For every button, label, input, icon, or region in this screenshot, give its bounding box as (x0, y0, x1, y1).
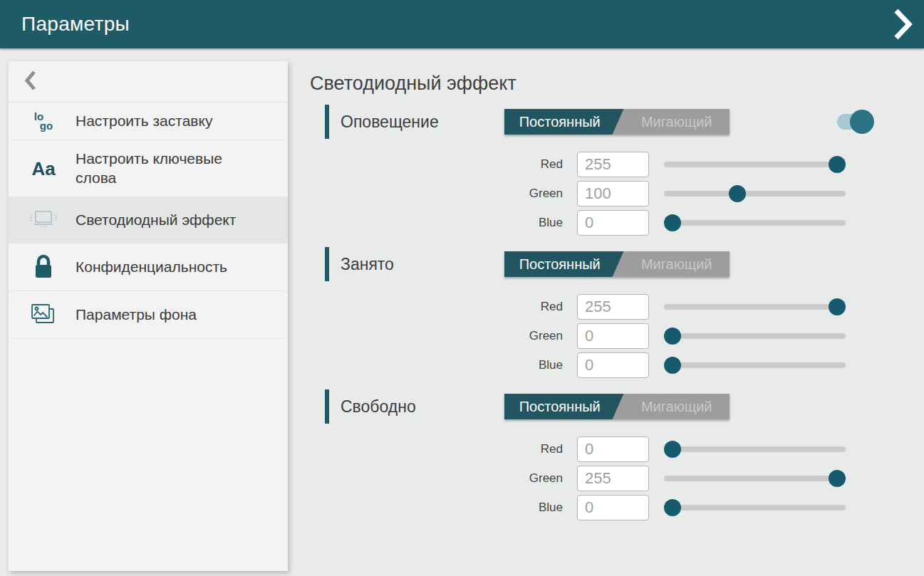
channel-value-input[interactable] (577, 495, 649, 520)
slider-thumb[interactable] (664, 441, 681, 458)
channel-slider[interactable] (664, 210, 846, 236)
section-accent-bar (325, 247, 329, 281)
slider-thumb[interactable] (729, 185, 746, 202)
channel-label: Blue (310, 358, 563, 372)
led-effect-icon (26, 206, 61, 234)
section-label: Свободно (341, 397, 493, 417)
channel-row: Red (310, 436, 888, 462)
channel-label: Blue (310, 501, 563, 515)
led-section: Свободно Постоянный Мигающий Red Green B… (310, 389, 888, 520)
channel-slider[interactable] (664, 466, 846, 491)
channel-slider[interactable] (664, 436, 846, 462)
slider-thumb[interactable] (664, 357, 681, 374)
sidebar-item-label: Параметры фона (76, 305, 197, 324)
mode-option-blinking[interactable]: Мигающий (623, 251, 730, 277)
channel-row: Red (310, 152, 888, 177)
mode-toggle[interactable]: Постоянный Мигающий (504, 109, 730, 135)
slider-track (664, 304, 846, 310)
mode-option-constant[interactable]: Постоянный (504, 251, 623, 277)
channel-slider[interactable] (664, 152, 846, 177)
mode-option-constant[interactable]: Постоянный (504, 394, 623, 419)
channel-slider[interactable] (664, 323, 846, 349)
sidebar-item-label: Настроить заставку (76, 112, 212, 130)
slider-track (664, 191, 846, 197)
background-icon (26, 300, 61, 329)
sidebar-item-background[interactable]: Параметры фона (9, 291, 288, 339)
mode-toggle[interactable]: Постоянный Мигающий (504, 394, 730, 419)
channel-label: Red (310, 300, 563, 314)
sidebar-item-label: Конфиденциальность (76, 258, 227, 276)
channel-value-input[interactable] (577, 352, 649, 378)
section-label: Занято (341, 255, 493, 274)
slider-thumb[interactable] (664, 214, 681, 231)
channel-value-input[interactable] (577, 436, 649, 462)
led-section: Занято Постоянный Мигающий Red Green Blu… (310, 247, 888, 378)
sidebar-item-keywords[interactable]: Aa Настроить ключевые слова (9, 140, 288, 197)
channel-slider[interactable] (664, 294, 846, 320)
section-accent-bar (325, 389, 329, 424)
slider-track (664, 362, 846, 368)
channel-label: Green (310, 329, 563, 343)
mode-option-constant[interactable]: Постоянный (504, 109, 623, 135)
back-button[interactable] (9, 61, 288, 103)
sidebar-item-logo[interactable]: logo Настроить заставку (9, 103, 288, 140)
sidebar-item-label: Светодиодный эффект (76, 211, 236, 229)
sidebar-item-led-effect[interactable]: Светодиодный эффект (9, 197, 288, 244)
channel-slider[interactable] (664, 495, 846, 520)
channel-label: Blue (310, 216, 563, 230)
section-accent-bar (325, 105, 329, 139)
channel-value-input[interactable] (577, 466, 649, 491)
app-header: Параметры (0, 0, 924, 48)
slider-track (664, 162, 846, 167)
channel-row: Blue (310, 352, 888, 378)
sidebar-item-lock[interactable]: Конфиденциальность (9, 244, 288, 291)
slider-thumb[interactable] (829, 470, 846, 487)
sidebar-item-label: Настроить ключевые слова (76, 150, 250, 187)
slider-thumb[interactable] (664, 328, 681, 345)
chevron-right-icon[interactable] (893, 8, 913, 41)
lock-icon (26, 253, 61, 281)
led-section: Оповещение Постоянный Мигающий Red Green (310, 105, 888, 236)
settings-sidebar: logo Настроить заставку Aa Настроить клю… (9, 61, 288, 571)
section-label: Оповещение (341, 112, 493, 132)
slider-thumb[interactable] (829, 298, 846, 315)
slider-thumb[interactable] (829, 156, 846, 173)
channel-row: Green (310, 466, 888, 491)
channel-row: Red (310, 294, 888, 320)
slider-track (664, 476, 846, 481)
switch-knob (850, 110, 874, 134)
slider-thumb[interactable] (664, 499, 681, 516)
panel-title: Светодиодный эффект (310, 73, 888, 95)
channel-slider[interactable] (664, 181, 846, 206)
slider-track (664, 505, 846, 510)
power-switch[interactable] (837, 110, 874, 134)
channel-value-input[interactable] (577, 152, 649, 177)
mode-option-blinking[interactable]: Мигающий (623, 394, 730, 419)
channel-value-input[interactable] (577, 210, 649, 236)
channel-row: Green (310, 181, 888, 206)
channel-label: Red (310, 157, 563, 172)
channel-slider[interactable] (664, 352, 846, 378)
channel-row: Blue (310, 495, 888, 520)
logo-icon: logo (26, 112, 61, 130)
mode-toggle[interactable]: Постоянный Мигающий (504, 251, 730, 277)
page-title: Параметры (21, 13, 130, 36)
slider-track (664, 220, 846, 226)
channel-value-input[interactable] (577, 323, 649, 349)
slider-track (664, 446, 846, 452)
led-effect-panel: Светодиодный эффект Оповещение Постоянны… (310, 61, 888, 532)
channel-value-input[interactable] (577, 294, 649, 320)
slider-track (664, 333, 846, 339)
channel-label: Green (310, 471, 563, 486)
channel-row: Green (310, 323, 888, 349)
channel-row: Blue (310, 210, 888, 236)
channel-label: Green (310, 187, 563, 201)
channel-label: Red (310, 442, 563, 456)
channel-value-input[interactable] (577, 181, 649, 206)
mode-option-blinking[interactable]: Мигающий (623, 109, 730, 135)
keywords-icon: Aa (26, 159, 61, 178)
chevron-left-icon (24, 70, 36, 94)
